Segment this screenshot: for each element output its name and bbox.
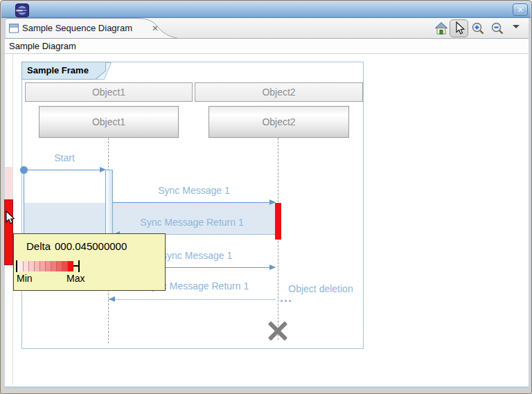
gauge-segments [18,261,73,271]
async1-return-arrowhead-icon [109,296,115,302]
delta-tooltip-text: Delta000.045000000 [26,240,127,252]
gauge-max-label: Max [66,273,85,284]
time-compression-segment-selected[interactable] [4,199,13,265]
home-button[interactable] [434,21,448,35]
message-line-start[interactable] [24,170,100,170]
tab-close-icon[interactable]: ✕ [152,24,159,33]
gauge-min-label: Min [17,273,33,284]
message-label-sync1[interactable]: Sync Message 1 [125,185,263,196]
delta-gauge [16,260,80,272]
ellipsis-message: ... [280,291,292,305]
execution-occurrence-object1[interactable] [105,170,113,236]
select-cursor-button[interactable] [450,19,468,37]
message-label-start[interactable]: Start [37,152,92,163]
lifeline-header-object2[interactable]: Object2 [195,82,363,102]
zoom-out-button[interactable] [490,21,504,35]
object-box-object1[interactable]: Object1 [39,106,179,138]
execution-occurrence-object2-red[interactable] [275,203,281,240]
gauge-min-tick [16,260,17,272]
message-line-async1-return[interactable] [109,299,275,300]
delta-tooltip: Delta000.045000000 Min Max [13,233,166,291]
view-menu-icon[interactable] [512,24,520,29]
eclipse-icon [15,3,29,17]
delta-label: Delta [26,240,51,252]
view-icon [9,24,19,33]
frame-label[interactable]: Sample Frame [21,62,106,80]
delta-value: 000.045000000 [55,240,127,252]
message-line-sync1[interactable] [113,202,275,203]
breadcrumb: Sample Diagram [5,39,529,54]
object-box-object2[interactable]: Object2 [209,106,349,138]
frame-title: Sample Frame [22,62,105,79]
lifeline-header-object1[interactable]: Object1 [25,82,193,102]
gauge-connector [73,265,78,267]
gauge-max-tick [78,260,80,272]
mouse-cursor-icon [6,211,16,226]
async1-arrowhead-icon [269,265,276,270]
message-label-sync1-return[interactable]: Sync Message Return 1 [123,217,261,228]
window-close-button[interactable]: ✕ [513,3,528,16]
application-window: ✕ Sample Sequence Diagram ✕ Sample Diagr [0,0,532,394]
zoom-in-button[interactable] [471,21,485,35]
title-bar[interactable]: ✕ [1,1,531,18]
tab-title: Sample Sequence Diagram [22,23,132,33]
select-cursor-icon [450,20,468,37]
time-compression-segment-small[interactable] [5,167,12,199]
